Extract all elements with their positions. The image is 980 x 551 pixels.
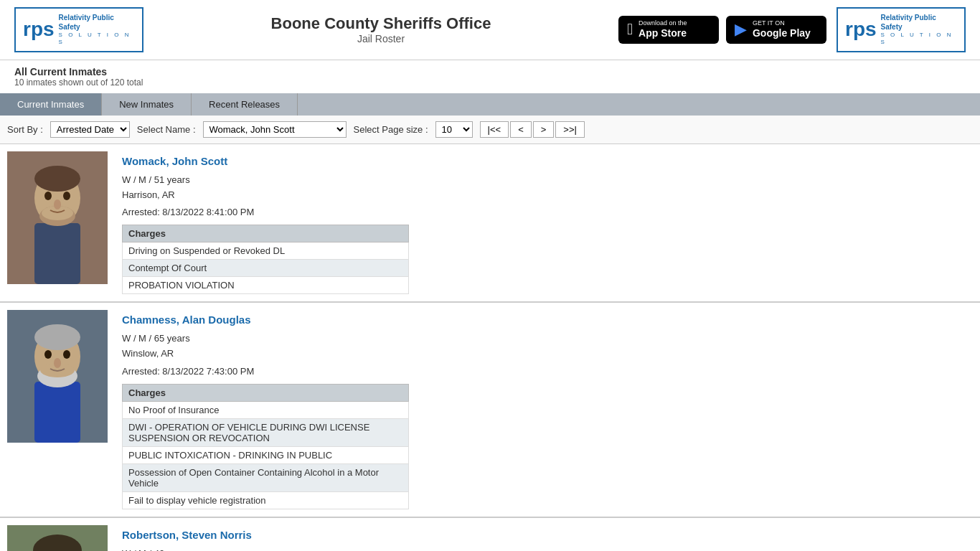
inmate-photo-3 <box>7 525 108 551</box>
charge-2-2: DWI - OPERATION OF VEHICLE DURING DWI LI… <box>123 418 409 446</box>
charge-2-4: Possession of Open Container Containing … <box>123 463 409 491</box>
logo-left: rps Relativity Public Safety s o l u t i… <box>14 7 143 52</box>
charges-header-1: Charges <box>123 225 409 242</box>
inmate-name-3[interactable]: Robertson, Steven Norris <box>122 529 980 541</box>
inmate-info-2: W / M / 65 years Winslow, AR <box>122 331 980 362</box>
svg-point-3 <box>34 166 80 192</box>
charge-2-3: PUBLIC INTOXICATION - DRINKING IN PUBLIC <box>123 446 409 463</box>
sort-by-select[interactable]: Arrested Date Name Age <box>50 121 130 138</box>
charges-table-1: Charges Driving on Suspended or Revoked … <box>122 225 409 294</box>
select-name-label: Select Name : <box>137 124 196 135</box>
inmate-details-1: Womack, John Scott W / M / 51 years Harr… <box>122 151 980 295</box>
svg-point-12 <box>34 324 80 350</box>
inmate-race-sex-age-1: W / M / 51 years <box>122 173 980 188</box>
nav-prev-button[interactable]: < <box>510 121 532 138</box>
charge-1-1: Driving on Suspended or Revoked DL <box>123 242 409 260</box>
header-title-block: Boone County Sheriffs Office Jail Roster <box>271 14 491 44</box>
inmate-arrested-1: Arrested: 8/13/2022 8:41:00 PM <box>122 207 980 217</box>
inmate-name-1[interactable]: Womack, John Scott <box>122 155 980 167</box>
svg-point-5 <box>63 192 70 200</box>
charge-2-1: No Proof of Insurance <box>123 401 409 418</box>
logo-right-text: Relativity Public Safety s o l u t i o n… <box>881 13 957 47</box>
inmate-list: Womack, John Scott W / M / 51 years Harr… <box>0 144 980 551</box>
google-play-icon: ▶ <box>735 20 747 39</box>
summary-title: All Current Inmates <box>14 66 966 77</box>
inmate-info-1: W / M / 51 years Harrison, AR <box>122 173 980 203</box>
header-right:  Download on the App Store ▶ GET IT ON … <box>618 7 966 52</box>
charge-1-2: Contempt Of Court <box>123 260 409 277</box>
svg-point-4 <box>44 192 52 200</box>
logo-left-text: Relativity Public Safety s o l u t i o n… <box>59 13 135 47</box>
inmate-arrested-2: Arrested: 8/13/2022 7:43:00 PM <box>122 366 980 377</box>
charge-2-5: Fail to display vehicle registration <box>123 491 409 509</box>
office-title: Boone County Sheriffs Office <box>271 14 491 33</box>
appstore-small-text: Download on the <box>639 20 687 27</box>
summary-subtitle: 10 inmates shown out of 120 total <box>14 77 966 88</box>
inmate-photo-2 <box>7 310 108 443</box>
svg-point-14 <box>63 350 70 359</box>
summary-bar: All Current Inmates 10 inmates shown out… <box>0 60 980 93</box>
inmate-info-3: W / M / 40 years Harrison, AR <box>122 547 980 551</box>
logo-left-rps: rps <box>23 18 55 41</box>
logo-left-solutions: s o l u t i o n s <box>59 32 135 47</box>
charge-1-3: PROBATION VIOLATION <box>123 277 409 294</box>
tab-recent-releases[interactable]: Recent Releases <box>192 93 298 116</box>
inmate-photo-svg-1 <box>7 151 108 284</box>
app-badges:  Download on the App Store ▶ GET IT ON … <box>618 16 826 44</box>
page-size-label: Select Page size : <box>354 124 428 135</box>
inmate-details-2: Chamness, Alan Douglas W / M / 65 years … <box>122 310 980 509</box>
svg-rect-2 <box>34 223 80 284</box>
googleplay-badge-text: GET IT ON Google Play <box>753 20 811 39</box>
page-size-select[interactable]: 10 25 50 100 <box>435 121 473 138</box>
logo-left-company: Relativity Public Safety <box>59 13 135 32</box>
nav-next-button[interactable]: > <box>533 121 555 138</box>
charges-header-2: Charges <box>123 384 409 401</box>
inmate-photo-svg-3 <box>7 525 108 551</box>
svg-point-17 <box>54 358 61 368</box>
inmate-name-2[interactable]: Chamness, Alan Douglas <box>122 314 980 326</box>
charges-table-2: Charges No Proof of Insurance DWI - OPER… <box>122 384 409 509</box>
appstore-badge[interactable]:  Download on the App Store <box>618 16 719 44</box>
googleplay-large-text: Google Play <box>753 27 811 39</box>
tab-bar: Current Inmates New Inmates Recent Relea… <box>0 93 980 116</box>
inmate-photo-svg-2 <box>7 310 108 443</box>
inmate-row: Chamness, Alan Douglas W / M / 65 years … <box>0 303 980 518</box>
inmate-row: Robertson, Steven Norris W / M / 40 year… <box>0 518 980 551</box>
logo-right: rps Relativity Public Safety s o l u t i… <box>837 7 966 52</box>
inmate-details-3: Robertson, Steven Norris W / M / 40 year… <box>122 525 980 551</box>
page-subtitle: Jail Roster <box>271 33 491 44</box>
sort-by-label: Sort By : <box>7 124 43 135</box>
nav-first-button[interactable]: |<< <box>480 121 509 138</box>
logo-right-rps: rps <box>845 18 877 41</box>
svg-point-13 <box>44 350 52 359</box>
svg-rect-11 <box>34 382 80 443</box>
svg-point-8 <box>54 199 61 209</box>
logo-right-company: Relativity Public Safety <box>881 13 957 32</box>
inmate-location-1: Harrison, AR <box>122 188 980 203</box>
googleplay-small-text: GET IT ON <box>753 20 811 27</box>
inmate-location-2: Winslow, AR <box>122 347 980 362</box>
controls-bar: Sort By : Arrested Date Name Age Select … <box>0 116 980 144</box>
pagination-nav: |<< < > >>| <box>480 121 585 138</box>
page-header: rps Relativity Public Safety s o l u t i… <box>0 0 980 60</box>
tab-new-inmates[interactable]: New Inmates <box>102 93 192 116</box>
appstore-large-text: App Store <box>639 27 687 39</box>
nav-last-button[interactable]: >>| <box>555 121 585 138</box>
appstore-badge-text: Download on the App Store <box>639 20 687 39</box>
inmate-race-sex-age-3: W / M / 40 years <box>122 547 980 551</box>
googleplay-badge[interactable]: ▶ GET IT ON Google Play <box>726 16 826 44</box>
inmate-row: Womack, John Scott W / M / 51 years Harr… <box>0 144 980 303</box>
tab-current-inmates[interactable]: Current Inmates <box>0 93 102 116</box>
inmate-race-sex-age-2: W / M / 65 years <box>122 331 980 347</box>
select-name-dropdown[interactable]: Womack, John Scott Chamness, Alan Dougla… <box>203 121 347 138</box>
logo-right-solutions: s o l u t i o n s <box>881 32 957 47</box>
apple-icon:  <box>627 20 633 39</box>
inmate-photo-1 <box>7 151 108 284</box>
